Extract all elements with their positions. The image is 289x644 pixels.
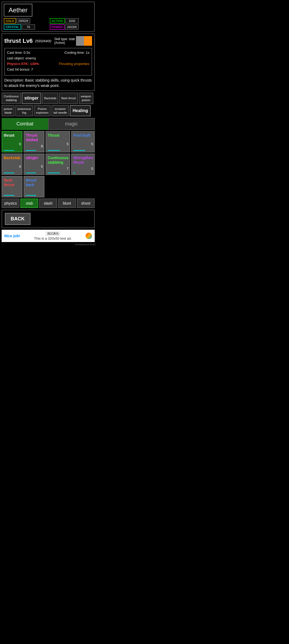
shortcut-continuous-stabbing[interactable]: Continuousstabbing (2, 93, 21, 104)
tab-row: Combat magic (2, 118, 95, 130)
skill-description: Description: Basic stabbing skills, usin… (4, 78, 92, 88)
shortcut-weapon-poison[interactable]: weaponpoison (79, 93, 93, 104)
skill-card-stinger-bar (26, 172, 36, 173)
filter-slash[interactable]: slash (39, 198, 57, 208)
crystal-label: CRYSTAL (4, 24, 21, 30)
skill-card-cont-stabbing-name: Continuous stabbing (48, 156, 69, 165)
skill-card-find-fault-level: 5 (73, 142, 93, 146)
skill-card-thrust[interactable]: thrust 6 (2, 131, 22, 152)
skill-card-backstab[interactable]: Backstab 4 (2, 154, 22, 175)
shortcut-backstab[interactable]: Backstab (42, 93, 58, 104)
skill-card-stinger[interactable]: stinger 5 (24, 154, 44, 175)
header-row: Aether GOLD 290529 ACTION 3200 CRYSTAL 7… (4, 4, 93, 30)
shortcut-flash-thrust[interactable]: flash thrust (59, 93, 78, 104)
filter-row: physics stab slash blunt shoot (2, 198, 95, 208)
skill-type-text: Skill type: stab (Active) (54, 37, 75, 45)
skill-card-cont-stabbing-bar (48, 172, 60, 173)
header-section: Aether GOLD 290529 ACTION 3200 CRYSTAL 7… (2, 2, 95, 32)
skill-card-strengthen-thrust-bar (73, 172, 75, 173)
swatch-orange (84, 36, 92, 46)
shortcut-stinger[interactable]: stinger (22, 93, 41, 104)
action-stat: ACTION 3200 (50, 18, 93, 24)
skill-card-backstab-name: Backstab (4, 156, 21, 160)
ad-label: 測試廣告 (45, 231, 60, 236)
skill-card-flash-thrust-name: flash thrust (4, 178, 21, 187)
shortcut-poisonous-fog[interactable]: poisonousfog (15, 105, 33, 117)
skill-card-strengthen-thrust-level: 0 (73, 167, 93, 171)
skill-name: thrust Lv6 (4, 37, 33, 44)
thrust-prop: Thrusting properties (58, 62, 89, 66)
gold-label: GOLD (4, 18, 16, 24)
game-title: Aether (4, 4, 32, 17)
skill-card-thrust-back-name: thrust back (26, 178, 43, 187)
action-value: 3200 (65, 18, 79, 24)
cast-object: cast object: enemy (7, 56, 36, 60)
skill-card-thrust-green[interactable]: Thrust 5 (45, 131, 70, 152)
skill-card-strengthen-thrust-name: Strengthen thrust (73, 156, 93, 165)
hit-bonus: Cast hit bonus: 7 (7, 67, 33, 71)
power-stat: POWER 260300 (50, 24, 93, 30)
gold-value: 290529 (17, 18, 30, 24)
phys-atk-row: Physics ATK: 130% Thrusting properties (7, 62, 89, 66)
swatch-gray (76, 36, 84, 46)
skill-card-thrust-bar (4, 150, 14, 151)
skill-card-find-fault[interactable]: Find fault 5 (71, 131, 95, 152)
skill-card-stinger-name: stinger (26, 156, 43, 160)
tab-combat[interactable]: Combat (2, 118, 48, 130)
skill-card-thrust-green-name: Thrust (48, 133, 69, 138)
skill-card-thrust-green-bar (48, 150, 60, 151)
shortcut-healing[interactable]: Healing (70, 105, 91, 117)
back-row: BACK (2, 210, 95, 228)
skill-card-cont-stabbing[interactable]: Continuous stabbing 7 (45, 154, 70, 175)
shortcut-poison-explosion[interactable]: Poisonexplosion (34, 105, 51, 117)
filter-shoot[interactable]: shoot (77, 198, 95, 208)
shortcut-scorpion-tail[interactable]: scorpiontail needle (51, 105, 69, 117)
skill-details-box: Cast time: 0.5s Cooling time: 1s cast ob… (4, 48, 92, 76)
skill-grid: thrust 6 Thrust Skilled 8 Thrust 5 Find … (2, 131, 95, 197)
ad-text: This is a 320x50 test ad. (22, 236, 83, 240)
gold-stat: GOLD 290529 (4, 18, 49, 24)
shortcut-poison-blade[interactable]: poisonblade (2, 105, 14, 117)
skill-card-flash-thrust-bar (4, 195, 14, 196)
action-label: ACTION (50, 18, 65, 24)
filter-blunt[interactable]: blunt (58, 198, 76, 208)
skill-title-row: thrust Lv6 2593/6400 Skill type: stab (A… (4, 36, 92, 46)
skill-card-backstab-bar (4, 172, 14, 173)
skill-card-strengthen-thrust[interactable]: Strengthen thrust 0 (71, 154, 95, 175)
phys-atk: Physics ATK: 130% (7, 62, 39, 66)
ad-icon (86, 233, 92, 239)
filter-stab[interactable]: stab (20, 198, 38, 208)
filter-physics[interactable]: physics (2, 198, 20, 208)
back-button[interactable]: BACK (5, 213, 31, 225)
skill-card-thrust-skilled-level: 8 (26, 144, 43, 148)
skill-shortcuts-row2: poisonblade poisonousfog Poisonexplosion… (2, 105, 95, 117)
skill-info-section: thrust Lv6 2593/6400 Skill type: stab (A… (2, 33, 95, 91)
crystal-value: 78 (22, 24, 35, 30)
skill-card-thrust-skilled-name: Thrust Skilled (26, 133, 43, 142)
tab-magic[interactable]: magic (48, 118, 95, 130)
skill-color-swatch (76, 36, 92, 46)
skill-xp: 2593/6400 (35, 39, 51, 43)
skill-card-thrust-skilled[interactable]: Thrust Skilled 8 (24, 131, 44, 152)
crystal-stat: CRYSTAL 78 (4, 24, 49, 30)
skill-type-block: Skill type: stab (Active) (54, 36, 92, 46)
skill-card-stinger-level: 5 (26, 164, 43, 168)
skill-card-thrust-skilled-bar (26, 150, 36, 151)
skill-shortcuts-row1: Continuousstabbing stinger Backstab flas… (2, 93, 95, 104)
cooling-time: Cooling time: 1s (64, 51, 89, 55)
stats-grid: GOLD 290529 ACTION 3200 CRYSTAL 78 POWER… (4, 18, 93, 30)
skill-card-find-fault-bar (73, 150, 85, 151)
ad-center: 測試廣告 This is a 320x50 test ad. (22, 231, 83, 240)
skill-card-cont-stabbing-level: 7 (48, 167, 69, 171)
skill-card-thrust-level: 6 (4, 142, 21, 146)
cast-object-row: cast object: enemy (7, 56, 89, 60)
skill-card-thrust-green-level: 5 (48, 142, 69, 146)
skill-card-find-fault-name: Find fault (73, 133, 93, 138)
skill-card-thrust-back[interactable]: thrust back (24, 176, 44, 197)
power-label: POWER (50, 24, 65, 30)
cast-time: Cast time: 0.5s (7, 51, 30, 55)
cast-time-row: Cast time: 0.5s Cooling time: 1s (7, 51, 89, 55)
skill-card-thrust-name: thrust (4, 133, 21, 138)
skill-card-flash-thrust[interactable]: flash thrust (2, 176, 22, 197)
ad-nice: Nice job! (4, 234, 20, 238)
